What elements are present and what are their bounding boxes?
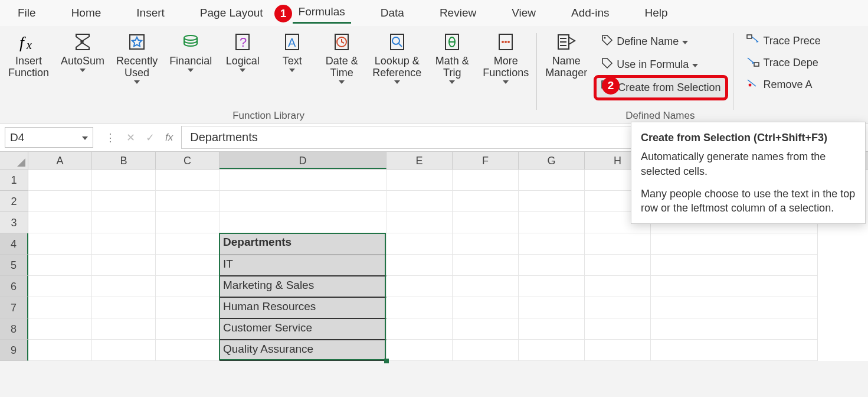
cell-c9[interactable]	[156, 340, 220, 361]
math-trig-button[interactable]: Math & Trig	[428, 28, 476, 84]
cell-g4[interactable]	[519, 233, 585, 255]
cell-h8[interactable]	[585, 318, 651, 340]
tab-help[interactable]: Help	[638, 5, 673, 23]
fx-icon[interactable]: fx	[165, 132, 173, 144]
tab-insert[interactable]: Insert	[130, 5, 171, 23]
trace-precedents-button[interactable]: Trace Prece	[742, 32, 825, 50]
cell-a2[interactable]	[28, 191, 92, 212]
cell-a8[interactable]	[28, 318, 92, 340]
cell-h7[interactable]	[585, 297, 651, 318]
cell-g3[interactable]	[519, 212, 585, 233]
cell-e5[interactable]	[386, 255, 453, 276]
cell-a5[interactable]	[28, 255, 92, 276]
more-functions-button[interactable]: More Functions	[478, 28, 533, 84]
cell-overflow-7[interactable]	[651, 297, 818, 318]
tab-review[interactable]: Review	[434, 5, 482, 23]
cell-e4[interactable]	[386, 233, 453, 255]
cell-d5[interactable]: IT	[220, 255, 386, 276]
tab-page-layout[interactable]: Page Layout	[194, 5, 269, 23]
tab-data[interactable]: Data	[375, 5, 410, 23]
cell-b1[interactable]	[92, 170, 156, 191]
cell-c6[interactable]	[156, 276, 220, 297]
cell-a7[interactable]	[28, 297, 92, 318]
cell-c5[interactable]	[156, 255, 220, 276]
cell-h9[interactable]	[585, 340, 651, 361]
cell-e1[interactable]	[386, 170, 453, 191]
tab-file[interactable]: File	[12, 5, 42, 23]
cell-f2[interactable]	[453, 191, 519, 212]
row-header-4[interactable]: 4	[0, 233, 28, 255]
row-header-7[interactable]: 7	[0, 297, 28, 318]
column-header-a[interactable]: A	[28, 152, 92, 169]
recently-used-button[interactable]: Recently Used	[112, 28, 162, 84]
cell-overflow-8[interactable]	[651, 318, 818, 340]
tab-view[interactable]: View	[506, 5, 542, 23]
cell-overflow-6[interactable]	[651, 276, 818, 297]
row-header-1[interactable]: 1	[0, 170, 28, 191]
cell-c1[interactable]	[156, 170, 220, 191]
cell-e2[interactable]	[386, 191, 453, 212]
cell-e3[interactable]	[386, 212, 453, 233]
cell-g6[interactable]	[519, 276, 585, 297]
lookup-reference-button[interactable]: Lookup & Reference	[368, 28, 426, 84]
insert-function-button[interactable]: fx Insert Function	[4, 28, 54, 84]
cell-g2[interactable]	[519, 191, 585, 212]
cell-c3[interactable]	[156, 212, 220, 233]
cell-b9[interactable]	[92, 340, 156, 361]
cell-h4[interactable]	[585, 233, 651, 255]
column-header-b[interactable]: B	[92, 152, 156, 169]
text-button[interactable]: A Text	[268, 28, 316, 84]
cell-a3[interactable]	[28, 212, 92, 233]
cell-f5[interactable]	[453, 255, 519, 276]
cell-d3[interactable]	[220, 212, 386, 233]
column-header-g[interactable]: G	[519, 152, 585, 169]
cell-b6[interactable]	[92, 276, 156, 297]
autosum-button[interactable]: AutoSum	[56, 28, 109, 84]
cell-e9[interactable]	[386, 340, 453, 361]
column-header-d[interactable]: D	[220, 152, 386, 169]
use-in-formula-button[interactable]: Use in Formula	[597, 55, 725, 74]
cell-f1[interactable]	[453, 170, 519, 191]
column-header-f[interactable]: F	[453, 152, 519, 169]
cell-f6[interactable]	[453, 276, 519, 297]
cell-b3[interactable]	[92, 212, 156, 233]
cell-b2[interactable]	[92, 191, 156, 212]
row-header-3[interactable]: 3	[0, 212, 28, 233]
tab-formulas[interactable]: Formulas	[293, 4, 351, 24]
cell-f7[interactable]	[453, 297, 519, 318]
cell-b7[interactable]	[92, 297, 156, 318]
cell-d8[interactable]: Customer Service	[220, 318, 386, 340]
enter-icon[interactable]: ✓	[146, 131, 155, 144]
cell-overflow-9[interactable]	[651, 340, 818, 361]
cell-g5[interactable]	[519, 255, 585, 276]
cell-b5[interactable]	[92, 255, 156, 276]
cell-g8[interactable]	[519, 318, 585, 340]
cell-e6[interactable]	[386, 276, 453, 297]
cell-h6[interactable]	[585, 276, 651, 297]
cell-f4[interactable]	[453, 233, 519, 255]
cell-d6[interactable]: Marketing & Sales	[220, 276, 386, 297]
cell-d7[interactable]: Human Resources	[220, 297, 386, 318]
remove-arrows-button[interactable]: Remove A	[742, 76, 825, 94]
row-header-5[interactable]: 5	[0, 255, 28, 276]
column-header-e[interactable]: E	[386, 152, 453, 169]
row-header-2[interactable]: 2	[0, 191, 28, 212]
financial-button[interactable]: Financial	[165, 28, 217, 84]
name-manager-button[interactable]: Name Manager	[541, 28, 592, 97]
cell-g1[interactable]	[519, 170, 585, 191]
cell-c2[interactable]	[156, 191, 220, 212]
cell-e8[interactable]	[386, 318, 453, 340]
cell-h5[interactable]	[585, 255, 651, 276]
cell-c7[interactable]	[156, 297, 220, 318]
cell-a1[interactable]	[28, 170, 92, 191]
cell-g9[interactable]	[519, 340, 585, 361]
cell-a6[interactable]	[28, 276, 92, 297]
cell-b8[interactable]	[92, 318, 156, 340]
cell-c8[interactable]	[156, 318, 220, 340]
trace-dependents-button[interactable]: Trace Depe	[742, 54, 825, 72]
cell-e7[interactable]	[386, 297, 453, 318]
row-header-9[interactable]: 9	[0, 340, 28, 361]
cell-a9[interactable]	[28, 340, 92, 361]
cell-a4[interactable]	[28, 233, 92, 255]
define-name-button[interactable]: Define Name	[597, 32, 725, 51]
